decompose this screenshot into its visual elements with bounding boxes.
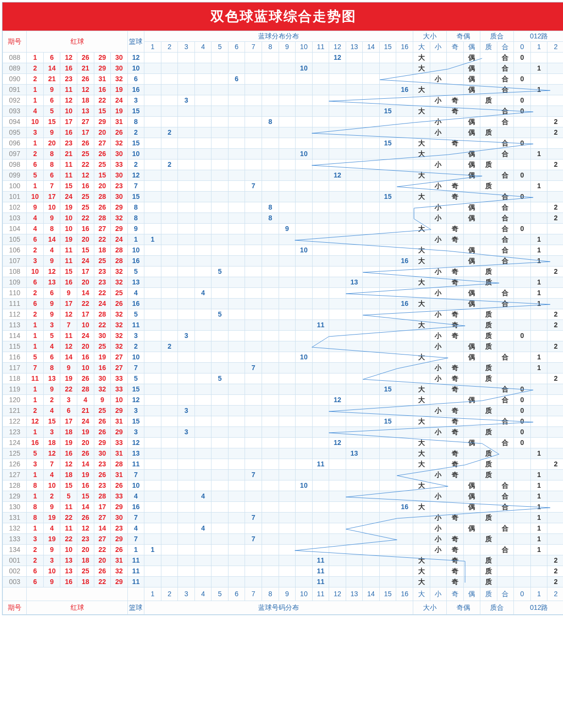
dist-empty	[262, 341, 279, 352]
red-ball: 13	[60, 555, 77, 566]
prime-c: 合	[497, 234, 514, 245]
foot-red: 红球	[27, 601, 127, 615]
size-big: 大	[413, 480, 430, 491]
route-1: 1	[530, 491, 547, 502]
route-1: 1	[530, 245, 547, 256]
route-1	[530, 438, 547, 448]
red-ball: 21	[60, 149, 77, 160]
dist-empty	[296, 192, 313, 202]
foot-dist-16: 16	[396, 587, 413, 601]
prime-c: 合	[497, 53, 514, 63]
dist-col-3: 3	[178, 42, 195, 53]
parity-even: 偶	[463, 127, 480, 138]
dist-empty	[144, 160, 161, 170]
parity-even	[463, 470, 480, 480]
red-ball: 26	[77, 74, 94, 85]
period-cell: 096	[3, 138, 27, 149]
dist-empty	[262, 127, 279, 138]
dist-empty	[363, 470, 380, 480]
dist-empty	[245, 566, 262, 577]
dist-empty	[312, 406, 329, 416]
period-cell: 002	[3, 566, 27, 577]
foot-dist-4: 4	[194, 587, 211, 601]
dist-empty	[161, 534, 178, 545]
size-big: 大	[413, 106, 430, 117]
dist-empty	[312, 95, 329, 106]
dist-empty	[228, 523, 245, 534]
dist-empty	[279, 534, 296, 545]
prime-p	[480, 438, 497, 448]
route-2: 2	[547, 320, 563, 331]
dist-empty	[144, 288, 161, 299]
dist-empty	[296, 309, 313, 320]
parity-odd: 奇	[447, 459, 464, 470]
dist-empty	[245, 555, 262, 566]
red-ball: 19	[94, 352, 111, 363]
col-size: 大小	[413, 31, 446, 42]
blue-ball: 3	[127, 427, 144, 438]
prime-c	[497, 577, 514, 587]
size-big: 大	[413, 459, 430, 470]
dist-hit: 15	[379, 106, 396, 117]
dist-empty	[329, 566, 346, 577]
size-small	[430, 192, 447, 202]
dist-empty	[228, 63, 245, 74]
dist-empty	[279, 341, 296, 352]
red-ball: 22	[94, 234, 111, 245]
blue-ball: 10	[127, 149, 144, 160]
size-big	[413, 160, 430, 170]
red-ball: 1	[27, 95, 44, 106]
prime-c	[497, 534, 514, 545]
size-big: 大	[413, 448, 430, 459]
red-ball: 11	[60, 245, 77, 256]
red-ball: 29	[111, 577, 128, 587]
dist-empty	[161, 406, 178, 416]
red-ball: 25	[77, 149, 94, 160]
blue-ball: 15	[127, 192, 144, 202]
dist-empty	[296, 95, 313, 106]
red-ball: 30	[111, 149, 128, 160]
red-ball: 18	[60, 470, 77, 480]
dist-empty	[396, 373, 413, 384]
dist-empty	[279, 85, 296, 95]
red-ball: 32	[111, 213, 128, 224]
dist-col-10: 10	[296, 42, 313, 53]
blue-ball: 13	[127, 277, 144, 288]
route-1: 1	[530, 470, 547, 480]
dist-empty	[194, 459, 211, 470]
route-2	[547, 106, 563, 117]
dist-empty	[346, 245, 363, 256]
dist-empty	[144, 266, 161, 277]
dist-empty	[262, 170, 279, 181]
parity-even	[463, 266, 480, 277]
dist-empty	[245, 309, 262, 320]
dist-empty	[379, 545, 396, 555]
prime-c: 合	[497, 523, 514, 534]
dist-hit: 16	[396, 85, 413, 95]
dist-empty	[379, 53, 396, 63]
dist-empty	[396, 331, 413, 341]
dist-empty	[329, 331, 346, 341]
red-ball: 28	[77, 384, 94, 395]
dist-empty	[178, 459, 195, 470]
dist-empty	[396, 448, 413, 459]
red-ball: 19	[60, 234, 77, 245]
dist-empty	[363, 192, 380, 202]
dist-empty	[178, 416, 195, 427]
size-small	[430, 555, 447, 566]
dist-empty	[296, 438, 313, 448]
prime-p	[480, 138, 497, 149]
dist-hit: 8	[262, 117, 279, 127]
red-ball: 27	[94, 513, 111, 523]
dist-empty	[161, 545, 178, 555]
red-ball: 24	[77, 416, 94, 427]
dist-hit: 2	[161, 127, 178, 138]
dist-empty	[312, 117, 329, 127]
dist-empty	[279, 202, 296, 213]
prime-p: 质	[480, 320, 497, 331]
dist-empty	[329, 555, 346, 566]
parity-odd	[447, 213, 464, 224]
dist-empty	[144, 192, 161, 202]
red-ball: 6	[27, 277, 44, 288]
dist-empty	[346, 555, 363, 566]
